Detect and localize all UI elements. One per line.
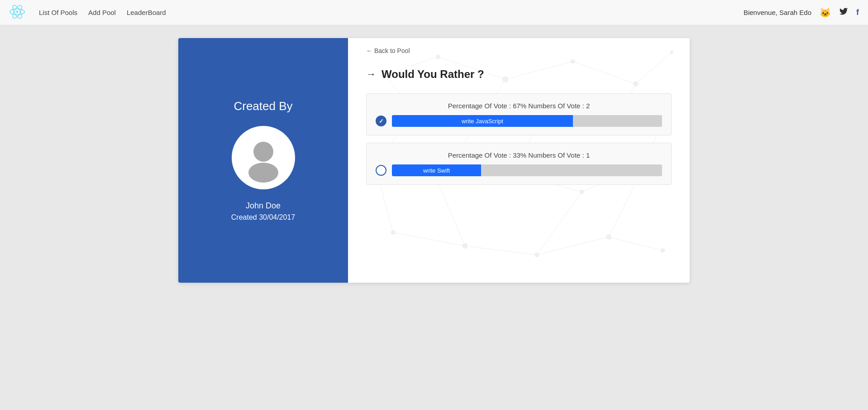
svg-line-49 <box>465 246 537 255</box>
svg-point-4 <box>253 142 273 162</box>
nav-add-pool[interactable]: Add Pool <box>88 9 116 16</box>
user-name: John Doe <box>246 201 281 211</box>
nav-leaderboard[interactable]: LeaderBoard <box>127 9 166 16</box>
svg-point-10 <box>633 81 639 87</box>
option-1-progress-fill: write JavaScript <box>392 115 573 127</box>
svg-point-22 <box>391 230 395 235</box>
svg-line-50 <box>537 237 609 255</box>
user-created-date: Created 30/04/2017 <box>231 213 295 222</box>
svg-point-20 <box>580 190 584 194</box>
svg-point-5 <box>248 163 278 183</box>
svg-point-9 <box>571 59 575 63</box>
arrow-right-icon: → <box>366 68 376 80</box>
twitter-icon[interactable] <box>839 7 848 18</box>
back-link[interactable]: ← Back to Pool <box>366 47 672 54</box>
facebook-icon[interactable]: f <box>856 8 859 17</box>
svg-line-52 <box>438 183 465 246</box>
option-1-row: write JavaScript <box>376 115 662 127</box>
svg-point-25 <box>606 234 611 240</box>
svg-point-3 <box>16 10 18 12</box>
svg-line-48 <box>393 232 465 246</box>
page-wrapper: Created By John Doe Created 30/04/2017 <box>0 25 868 295</box>
option-2-row: write Swift <box>376 164 662 176</box>
svg-line-51 <box>609 237 663 251</box>
question-text: Would You Rather ? <box>382 68 484 81</box>
svg-point-24 <box>534 253 539 257</box>
created-by-label: Created By <box>234 99 292 113</box>
nav-links: List Of Pools Add Pool LeaderBoard <box>39 9 166 16</box>
svg-point-26 <box>660 248 665 253</box>
svg-point-7 <box>436 55 440 59</box>
option-1-stats: Percentage Of Vote : 67% Numbers Of Vote… <box>376 102 662 110</box>
nav-list-of-pools[interactable]: List Of Pools <box>39 9 77 16</box>
option-1-radio[interactable] <box>376 116 386 126</box>
svg-point-23 <box>462 243 467 249</box>
option-2-radio[interactable] <box>376 165 386 176</box>
option-2-progress-fill: write Swift <box>392 164 481 176</box>
option-2-progress-wrap: write Swift <box>392 164 662 176</box>
navbar-right: Bienvenue, Sarah Edo 🐱 f <box>744 7 859 18</box>
navbar: List Of Pools Add Pool LeaderBoard Bienv… <box>0 0 868 25</box>
cat-icon[interactable]: 🐱 <box>820 7 831 18</box>
left-panel: Created By John Doe Created 30/04/2017 <box>178 38 348 283</box>
option-1-progress-wrap: write JavaScript <box>392 115 662 127</box>
option-card-2: Percentage Of Vote : 33% Numbers Of Vote… <box>366 143 672 185</box>
navbar-left: List Of Pools Add Pool LeaderBoard <box>9 4 166 22</box>
svg-line-53 <box>537 192 582 255</box>
react-logo-icon <box>9 4 25 22</box>
avatar <box>232 126 295 189</box>
option-2-stats: Percentage Of Vote : 33% Numbers Of Vote… <box>376 151 662 159</box>
option-card-1: Percentage Of Vote : 67% Numbers Of Vote… <box>366 93 672 135</box>
main-card: Created By John Doe Created 30/04/2017 <box>178 38 690 283</box>
question-title: → Would You Rather ? <box>366 68 672 81</box>
right-panel: ← Back to Pool → Would You Rather ? Perc… <box>348 38 690 283</box>
user-greeting[interactable]: Bienvenue, Sarah Edo <box>744 9 811 16</box>
